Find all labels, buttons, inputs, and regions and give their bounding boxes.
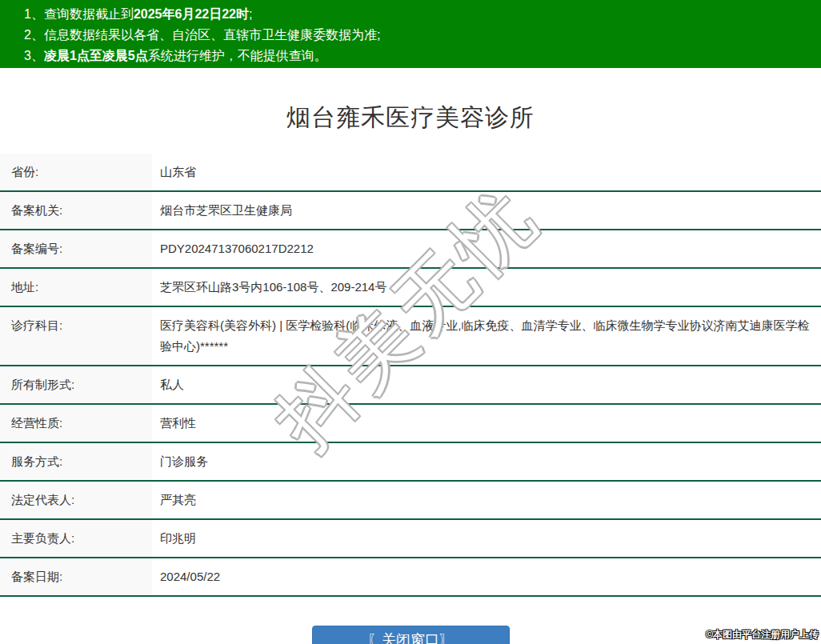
- notice-text: 系统进行维护，不能提供查询。: [148, 49, 327, 62]
- table-row-filing-date: 备案日期: 2024/05/22: [0, 558, 821, 597]
- row-label: 省份:: [0, 154, 152, 190]
- notice-number: 3、: [24, 49, 44, 62]
- row-value: 山东省: [152, 154, 821, 190]
- row-label: 所有制形式:: [0, 366, 152, 403]
- row-label: 诊疗科目:: [0, 307, 152, 365]
- row-label: 服务方式:: [0, 443, 152, 480]
- table-row-filing-authority: 备案机关: 烟台市芝罘区卫生健康局: [0, 192, 821, 230]
- notice-text: 查询数据截止到: [44, 7, 134, 21]
- row-label: 备案日期:: [0, 558, 152, 595]
- table-row-filing-number: 备案编号: PDY20247137060217D2212: [0, 230, 821, 269]
- table-row-address: 地址: 芝罘区环山路3号内106-108号、209-214号: [0, 269, 821, 307]
- page-title: 烟台雍禾医疗美容诊所: [0, 102, 821, 134]
- table-row-ownership: 所有制形式: 私人: [0, 366, 821, 405]
- row-value: 营利性: [152, 405, 821, 442]
- upload-credit-text: ©本图由平台注册用户上传: [706, 628, 819, 642]
- row-value: PDY20247137060217D2212: [152, 230, 821, 267]
- record-table: 省份: 山东省 备案机关: 烟台市芝罘区卫生健康局 备案编号: PDY20247…: [0, 154, 821, 597]
- row-label: 法定代表人:: [0, 482, 152, 518]
- notice-text: 信息数据结果以各省、自治区、直辖市卫生健康委数据为准;: [44, 28, 380, 42]
- table-row-legal-representative: 法定代表人: 严其亮: [0, 482, 821, 520]
- notice-number: 2、: [24, 28, 44, 42]
- row-label: 备案机关:: [0, 192, 152, 229]
- row-label: 经营性质:: [0, 405, 152, 442]
- notice-text-bold: 凌晨1点至凌晨5点: [44, 49, 148, 62]
- notice-text-bold: 2025年6月22日22时: [134, 7, 249, 21]
- table-row-business-nature: 经营性质: 营利性: [0, 405, 821, 443]
- notice-line-2: 2、信息数据结果以各省、自治区、直辖市卫生健康委数据为准;: [24, 25, 821, 46]
- notice-line-3: 3、凌晨1点至凌晨5点系统进行维护，不能提供查询。: [24, 46, 821, 66]
- row-value: 医疗美容科(美容外科) | 医学检验科(临床体液、血液专业,临床免疫、血清学专业…: [152, 307, 821, 365]
- row-value: 烟台市芝罘区卫生健康局: [152, 192, 821, 229]
- notice-line-1: 1、查询数据截止到2025年6月22日22时;: [24, 4, 821, 25]
- row-value: 私人: [152, 366, 821, 403]
- row-label: 主要负责人:: [0, 520, 152, 557]
- row-value: 严其亮: [152, 482, 821, 518]
- notice-bar: 1、查询数据截止到2025年6月22日22时; 2、信息数据结果以各省、自治区、…: [0, 0, 821, 68]
- table-row-province: 省份: 山东省: [0, 154, 821, 192]
- notice-text: ;: [249, 7, 252, 21]
- row-label: 地址:: [0, 269, 152, 306]
- table-row-service-mode: 服务方式: 门诊服务: [0, 443, 821, 482]
- table-row-main-principal: 主要负责人: 印兆明: [0, 520, 821, 558]
- row-value: 芝罘区环山路3号内106-108号、209-214号: [152, 269, 821, 306]
- row-value: 2024/05/22: [152, 558, 821, 595]
- row-label: 备案编号:: [0, 230, 152, 267]
- table-row-medical-subjects: 诊疗科目: 医疗美容科(美容外科) | 医学检验科(临床体液、血液专业,临床免疫…: [0, 307, 821, 366]
- notice-number: 1、: [24, 7, 44, 21]
- row-value: 印兆明: [152, 520, 821, 557]
- close-window-button[interactable]: 〖关闭窗口〗: [312, 626, 510, 644]
- row-value: 门诊服务: [152, 443, 821, 480]
